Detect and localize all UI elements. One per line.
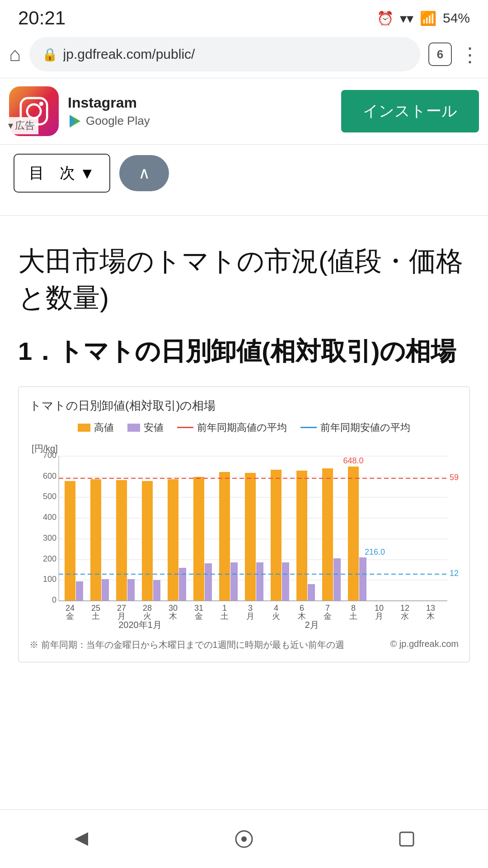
svg-text:2020年1月: 2020年1月 [118, 620, 162, 630]
svg-point-88 [241, 836, 247, 842]
chart-svg-area: [円/kg] 700 600 500 400 300 [29, 443, 459, 632]
svg-rect-89 [400, 832, 413, 846]
svg-text:8: 8 [351, 604, 356, 613]
svg-text:594.0: 594.0 [450, 473, 459, 482]
svg-text:28: 28 [143, 604, 152, 613]
svg-rect-26 [90, 479, 101, 601]
divider [0, 215, 488, 216]
svg-text:火: 火 [272, 612, 280, 621]
svg-rect-54 [271, 470, 282, 601]
svg-rect-42 [193, 477, 204, 601]
svg-rect-55 [282, 562, 289, 601]
svg-text:300: 300 [43, 533, 56, 542]
ad-store-text: Google Play [86, 114, 150, 128]
svg-text:25: 25 [91, 604, 100, 613]
svg-text:0: 0 [52, 595, 56, 604]
svg-text:10: 10 [375, 604, 384, 613]
toc-bar: 目 次 ▼ ∧ [0, 145, 488, 202]
ad-info: Instagram Google Play [68, 94, 332, 128]
svg-rect-34 [142, 481, 153, 601]
svg-rect-46 [219, 472, 230, 601]
tab-count[interactable]: 6 [428, 42, 452, 66]
main-content: 大田市場のトマトの市況(値段・価格と数量) 1．トマトの日別卸値(相対取引)の相… [0, 229, 488, 694]
svg-rect-66 [348, 467, 359, 601]
bar-high-0 [65, 481, 75, 601]
browser-chrome: ⌂ 🔒 jp.gdfreak.com/public/ 6 ⋮ [0, 33, 488, 78]
wifi-icon: ▾▾ [400, 10, 413, 26]
chart-footer: ※ 前年同期：当年の金曜日から木曜日までの1週間に時期が最も近い前年の週 © j… [29, 639, 459, 651]
ad-store-row: Google Play [68, 114, 332, 128]
chart-container: トマトの日別卸値(相対取引)の相場 高値 安値 前年同期高値の平均 前年同期安値… [18, 387, 470, 662]
svg-rect-58 [296, 471, 307, 601]
svg-rect-30 [116, 480, 127, 601]
svg-rect-50 [245, 473, 256, 601]
prev-high-line [177, 427, 193, 428]
toc-button[interactable]: 目 次 ▼ [14, 154, 110, 193]
legend-prev-low-label: 前年同期安値の平均 [320, 421, 410, 434]
svg-text:木: 木 [427, 612, 435, 621]
svg-text:水: 水 [401, 612, 409, 621]
legend-prev-high-label: 前年同期高値の平均 [197, 421, 287, 434]
svg-rect-39 [179, 568, 186, 601]
home-button[interactable]: ⌂ [9, 43, 21, 66]
scroll-top-button[interactable]: ∧ [119, 155, 169, 191]
svg-rect-63 [333, 558, 341, 601]
legend-prev-high: 前年同期高値の平均 [177, 421, 287, 434]
svg-text:648.0: 648.0 [343, 456, 363, 465]
legend-low-label: 安値 [144, 421, 164, 434]
url-text: jp.gdfreak.com/public/ [63, 47, 408, 62]
toc-label: 目 次 [29, 163, 75, 184]
status-time: 20:21 [18, 7, 66, 29]
svg-text:土: 土 [92, 612, 100, 621]
svg-text:金: 金 [195, 612, 203, 621]
chart-legend: 高値 安値 前年同期高値の平均 前年同期安値の平均 [29, 421, 459, 434]
svg-text:600: 600 [43, 472, 56, 481]
svg-rect-51 [256, 562, 263, 601]
svg-rect-31 [127, 579, 135, 601]
svg-point-2 [39, 102, 43, 106]
svg-text:土: 土 [221, 612, 229, 621]
svg-rect-38 [168, 479, 178, 601]
chevron-down-icon: ▾ [8, 120, 13, 132]
google-play-icon [68, 114, 82, 128]
section-title: 1．トマトの日別卸値(相対取引)の相場 [18, 334, 470, 368]
svg-text:216.0: 216.0 [365, 547, 385, 557]
more-button[interactable]: ⋮ [460, 43, 479, 66]
svg-text:31: 31 [194, 604, 203, 613]
svg-text:火: 火 [143, 612, 151, 621]
svg-rect-62 [322, 468, 333, 601]
legend-prev-low: 前年同期安値の平均 [300, 421, 410, 434]
chart-svg: [円/kg] 700 600 500 400 300 [29, 443, 459, 632]
high-color-box [78, 424, 90, 432]
prev-low-line [300, 427, 317, 428]
battery-level: 54% [443, 10, 470, 26]
svg-text:12: 12 [400, 604, 409, 613]
svg-text:木: 木 [169, 612, 177, 621]
svg-text:500: 500 [43, 492, 56, 501]
recents-button[interactable] [389, 821, 425, 857]
svg-text:13: 13 [426, 604, 435, 613]
svg-text:129.6: 129.6 [450, 569, 459, 578]
svg-text:土: 土 [349, 612, 357, 621]
page-title: 大田市場のトマトの市況(値段・価格と数量) [18, 243, 470, 316]
back-button[interactable] [63, 821, 99, 857]
chevron-down-icon: ▼ [80, 165, 95, 182]
url-bar[interactable]: 🔒 jp.gdfreak.com/public/ [29, 37, 420, 71]
chart-note: ※ 前年同期：当年の金曜日から木曜日までの1週間に時期が最も近い前年の週 [29, 639, 344, 651]
svg-text:6: 6 [300, 604, 304, 613]
svg-rect-35 [153, 580, 160, 601]
chart-title: トマトの日別卸値(相対取引)の相場 [29, 398, 459, 414]
nav-bar [0, 809, 488, 868]
chart-copyright: © jp.gdfreak.com [390, 639, 459, 651]
home-nav-button[interactable] [226, 821, 262, 857]
install-button[interactable]: インストール [341, 90, 479, 132]
svg-text:24: 24 [66, 604, 75, 613]
svg-text:金: 金 [324, 612, 332, 621]
svg-text:木: 木 [298, 612, 306, 621]
ad-label: ▾ 広告 [5, 117, 38, 134]
svg-rect-67 [359, 557, 366, 601]
svg-text:27: 27 [117, 604, 126, 613]
status-bar: 20:21 ⏰ ▾▾ 📶 54% [0, 0, 488, 33]
svg-text:400: 400 [43, 513, 56, 522]
alarm-icon: ⏰ [377, 10, 394, 26]
